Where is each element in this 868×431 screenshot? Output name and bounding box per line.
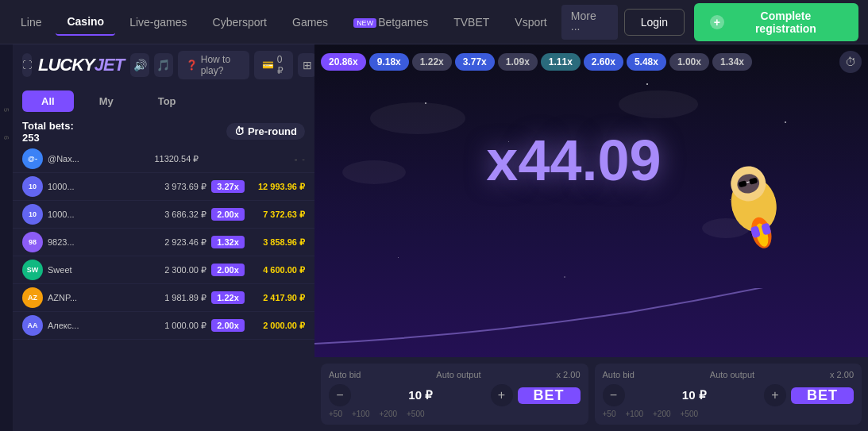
avatar: @- xyxy=(22,148,43,169)
bet-multiplier: 1.22x xyxy=(211,291,245,304)
bets-table: @- @Nax... 11320.54 ₽ - - 10 1000... 3 9… xyxy=(13,145,314,340)
bet-amount: 11320.54 ₽ xyxy=(147,154,199,164)
left-strip: 5 6 xyxy=(0,44,13,431)
game-logo: LUCKYJET xyxy=(38,55,124,75)
decrease-bet-right[interactable]: − xyxy=(603,384,625,406)
logo-jet: JET xyxy=(95,55,124,75)
nav-casino[interactable]: Casino xyxy=(56,9,115,36)
bet-win: 3 858.96 ₽ xyxy=(249,237,305,248)
quick-50-right[interactable]: +50 xyxy=(603,410,616,418)
bet-username: 1000... xyxy=(48,210,150,219)
nav-games[interactable]: Games xyxy=(281,10,339,35)
quick-bets-right: +50 +100 +200 +500 xyxy=(603,410,854,418)
bet-button-right[interactable]: BET xyxy=(791,387,854,404)
bet-button-left[interactable]: BET xyxy=(518,387,581,404)
bet-multiplier xyxy=(203,157,237,160)
bet-username: Алекс... xyxy=(48,321,150,330)
music-button[interactable]: 🎵 xyxy=(154,53,173,77)
mult-btn-6[interactable]: 2.60x xyxy=(584,53,623,71)
decrease-bet-left[interactable]: − xyxy=(329,384,351,406)
bet-amount: 3 973.69 ₽ xyxy=(155,182,206,192)
bet-panel-left-header: Auto bid Auto output x 2.00 xyxy=(329,370,581,379)
nav-cybersport[interactable]: Cybersport xyxy=(202,10,278,35)
nav-line[interactable]: Line xyxy=(10,10,52,35)
tab-top[interactable]: Top xyxy=(139,90,195,112)
bet-panel-left-controls: − 10 ₽ + BET xyxy=(329,384,581,406)
bet-panel-left: Auto bid Auto output x 2.00 − 10 ₽ + BET… xyxy=(321,364,588,425)
quick-100-right[interactable]: +100 xyxy=(625,410,643,418)
bet-amount: 1 981.89 ₽ xyxy=(155,293,206,303)
tab-all[interactable]: All xyxy=(22,90,74,112)
nav-vsport[interactable]: Vsport xyxy=(503,10,557,35)
mult-btn-1[interactable]: 9.18x xyxy=(369,53,409,71)
quick-500-left[interactable]: +500 xyxy=(407,410,425,418)
bet-win: 2 417.90 ₽ xyxy=(249,293,305,303)
avatar: 10 xyxy=(22,176,43,197)
login-button[interactable]: Login xyxy=(624,9,685,36)
auto-bid-label-left: Auto bid xyxy=(329,370,361,379)
clock-icon: ⏱ xyxy=(234,125,245,137)
avatar: 98 xyxy=(22,232,43,252)
bet-username: Sweet xyxy=(48,265,150,275)
bet-amount: 3 686.32 ₽ xyxy=(155,210,206,220)
bet-panel-right-controls: − 10 ₽ + BET xyxy=(603,384,854,406)
bet-win: - xyxy=(241,154,297,164)
mult-btn-9[interactable]: 1.34x xyxy=(712,53,752,71)
new-badge: NEW xyxy=(353,18,376,28)
rocket-character xyxy=(696,150,817,281)
bet-multiplier: 3.27x xyxy=(211,180,245,193)
table-row: AZ AZNP... 1 981.89 ₽ 1.22x 2 417.90 ₽ xyxy=(13,284,314,312)
total-bets-value: 253 xyxy=(22,132,74,144)
mult-btn-0[interactable]: 20.86x xyxy=(321,53,366,71)
bet-win: 2 000.00 ₽ xyxy=(249,321,305,331)
bet-multiplier: 2.00x xyxy=(211,319,245,332)
table-row: 98 9823... 2 923.46 ₽ 1.32x 3 858.96 ₽ xyxy=(13,229,314,256)
auto-output-value-left: x 2.00 xyxy=(557,370,581,379)
bet-amount: 2 300.00 ₽ xyxy=(155,265,206,275)
mult-btn-2[interactable]: 1.22x xyxy=(412,53,452,71)
increase-bet-left[interactable]: + xyxy=(491,384,513,406)
mult-btn-3[interactable]: 3.77x xyxy=(455,53,495,71)
total-bets-label: Total bets: xyxy=(22,120,74,132)
auto-output-label-right: Auto output xyxy=(710,370,754,379)
quick-100-left[interactable]: +100 xyxy=(352,410,370,418)
sound-button[interactable]: 🔊 xyxy=(130,53,149,77)
mult-btn-4[interactable]: 1.09x xyxy=(498,53,538,71)
top-navigation: Line Casino Live-games Cybersport Games … xyxy=(0,0,868,44)
bet-multiplier: 2.00x xyxy=(211,208,245,221)
balance-button[interactable]: 💳 0 ₽ xyxy=(254,51,293,79)
avatar: 10 xyxy=(22,204,43,225)
register-button[interactable]: + Complete registration xyxy=(694,3,858,41)
mult-btn-8[interactable]: 1.00x xyxy=(669,53,709,71)
betting-controls: Auto bid Auto output x 2.00 − 10 ₽ + BET… xyxy=(314,357,868,431)
pre-round-badge: ⏱ Pre-round xyxy=(226,123,305,140)
table-row: @- @Nax... 11320.54 ₽ - - xyxy=(13,145,314,173)
avatar: SW xyxy=(22,260,43,280)
time-button[interactable]: ⏱ xyxy=(839,51,862,73)
nav-more[interactable]: More ··· xyxy=(561,5,618,40)
multiplier-row: 20.86x 9.18x 1.22x 3.77x 1.09x 1.11x 2.6… xyxy=(314,44,868,76)
bet-multiplier: 1.32x xyxy=(211,236,245,248)
nav-betgames[interactable]: NEWBetgames xyxy=(342,10,439,35)
nav-tvbet[interactable]: TVBET xyxy=(442,10,500,35)
how-to-play-button[interactable]: ❓ How to play? xyxy=(178,51,249,79)
main-content: 5 6 ⛶ LUCKYJET 🔊 🎵 ❓ How to play? 💳 0 ₽ xyxy=(0,44,868,431)
bet-panel-right-header: Auto bid Auto output x 2.00 xyxy=(603,370,854,379)
quick-200-left[interactable]: +200 xyxy=(380,410,398,418)
increase-bet-right[interactable]: + xyxy=(764,384,786,406)
fullscreen-button[interactable]: ⛶ xyxy=(22,53,32,77)
nav-live-games[interactable]: Live-games xyxy=(118,10,198,35)
quick-50-left[interactable]: +50 xyxy=(329,410,342,418)
mult-btn-7[interactable]: 5.48x xyxy=(627,53,666,71)
table-row: AA Алекс... 1 000.00 ₽ 2.00x 2 000.00 ₽ xyxy=(13,312,314,340)
table-row: 10 1000... 3 973.69 ₽ 3.27x 12 993.96 ₽ xyxy=(13,173,314,201)
question-icon: ❓ xyxy=(186,60,198,71)
mult-btn-5[interactable]: 1.11x xyxy=(541,53,581,71)
auto-output-label-left: Auto output xyxy=(436,370,480,379)
tab-my[interactable]: My xyxy=(80,90,133,112)
quick-200-right[interactable]: +200 xyxy=(653,410,671,418)
auto-bid-label-right: Auto bid xyxy=(603,370,635,379)
plus-icon: + xyxy=(710,15,724,29)
quick-500-right[interactable]: +500 xyxy=(681,410,699,418)
current-multiplier: x44.09 xyxy=(486,128,661,193)
